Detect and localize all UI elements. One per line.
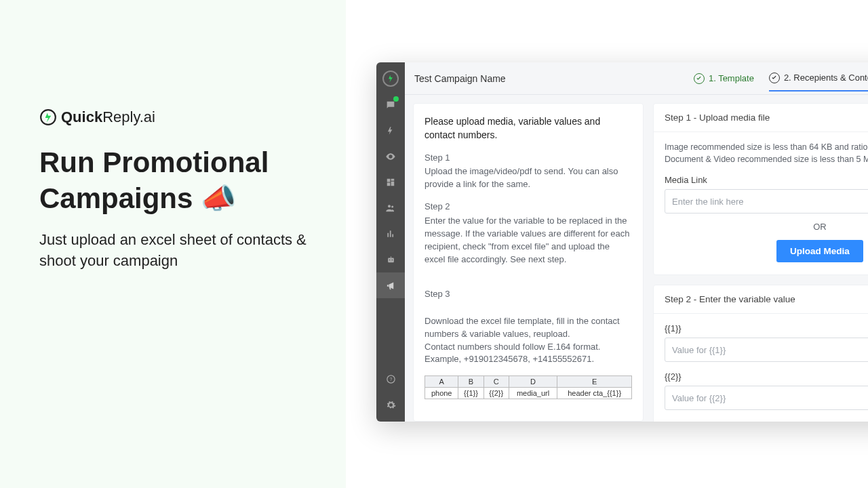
svg-point-2 [391, 205, 393, 207]
sidebar-brand-icon [382, 70, 399, 87]
app-window: ? Test Campaign Name 1. Template [376, 62, 868, 422]
sidebar-item-analytics[interactable] [376, 221, 405, 247]
hero-title: Run Promotional Campaigns 📣 [39, 145, 316, 216]
check-icon [769, 73, 780, 83]
svg-text:?: ? [389, 377, 392, 382]
variable-value-input[interactable] [665, 386, 868, 410]
robot-icon [386, 255, 396, 265]
brand-logo: QuickReply.ai [39, 108, 316, 126]
wizard-steps: 1. Template 2. Recepients & Content 3. P… [694, 73, 868, 85]
media-link-label: Media Link [665, 175, 868, 185]
variable-name: {{3}} [665, 420, 682, 422]
upload-media-button[interactable]: Upload Media [776, 240, 863, 262]
sidebar-item-bot[interactable] [376, 247, 405, 272]
or-divider: OR [665, 222, 868, 232]
variable-name: {{2}} [665, 371, 682, 382]
svg-point-5 [391, 259, 393, 260]
variable-name: {{1}} [665, 323, 682, 333]
svg-point-4 [389, 259, 390, 260]
online-badge-icon [393, 96, 399, 102]
wizard-step-recipients[interactable]: 2. Recepients & Content [769, 73, 868, 92]
sidebar-item-campaigns[interactable] [376, 272, 405, 298]
variable-row: {{3}} From Excel [665, 420, 868, 422]
variable-row: {{1}} From Excel [665, 323, 868, 362]
brand-mark-icon [39, 108, 57, 126]
marketing-panel: QuickReply.ai Run Promotional Campaigns … [0, 0, 346, 488]
variables-section: Step 2 - Enter the variable value {{1}} … [653, 285, 868, 422]
sidebar-item-settings[interactable] [376, 392, 405, 418]
svg-point-1 [388, 205, 391, 207]
upload-media-section: Step 1 - Upload media file Image recomme… [653, 103, 868, 275]
sidebar-item-bolt[interactable] [376, 118, 405, 144]
campaign-title: Test Campaign Name [414, 73, 506, 84]
instruction-step: Step 3 Download the excel file template,… [425, 275, 632, 366]
help-icon: ? [386, 374, 396, 384]
eye-icon [385, 151, 396, 162]
chart-icon [386, 229, 395, 239]
variable-value-input[interactable] [665, 338, 868, 362]
svg-rect-3 [388, 258, 394, 262]
check-icon [694, 73, 705, 84]
app-header: Test Campaign Name 1. Template 2. Recepi… [405, 62, 868, 95]
excel-template-preview: A B C D E phone {{1}} {{2}} media_url he… [425, 375, 632, 399]
megaphone-icon [386, 281, 396, 291]
wizard-step-label: 2. Recepients & Content [784, 73, 868, 83]
instructions-lead: Please upload media, variable values and… [425, 115, 632, 142]
dashboard-icon [386, 178, 395, 187]
wizard-step-template[interactable]: 1. Template [694, 73, 754, 91]
brand-name: QuickReply.ai [61, 108, 155, 126]
variable-row: {{2}} From Excel [665, 371, 868, 410]
instruction-step: Step 1 Upload the image/video/pdf to sen… [425, 152, 632, 192]
sidebar-item-eye[interactable] [376, 144, 405, 169]
section-title: Step 1 - Upload media file [654, 104, 868, 132]
sidebar-item-dashboard[interactable] [376, 169, 405, 195]
gear-icon [386, 400, 396, 410]
instructions-card: Please upload media, variable values and… [413, 103, 644, 422]
app-sidebar: ? [376, 62, 405, 422]
wizard-step-label: 1. Template [709, 73, 754, 83]
media-link-input[interactable] [665, 189, 868, 214]
sidebar-item-help[interactable]: ? [376, 366, 405, 392]
instruction-step: Step 2 Enter the value for the variable … [425, 201, 632, 266]
people-icon [385, 203, 396, 214]
section-title: Step 2 - Enter the variable value [654, 285, 868, 314]
upload-hint: Image recommended size is less than 64 K… [665, 142, 868, 165]
sidebar-item-chat[interactable] [376, 92, 405, 118]
sidebar-item-contacts[interactable] [376, 195, 405, 221]
hero-subtitle: Just upload an excel sheet of contacts &… [39, 230, 316, 272]
bolt-icon [386, 126, 395, 136]
